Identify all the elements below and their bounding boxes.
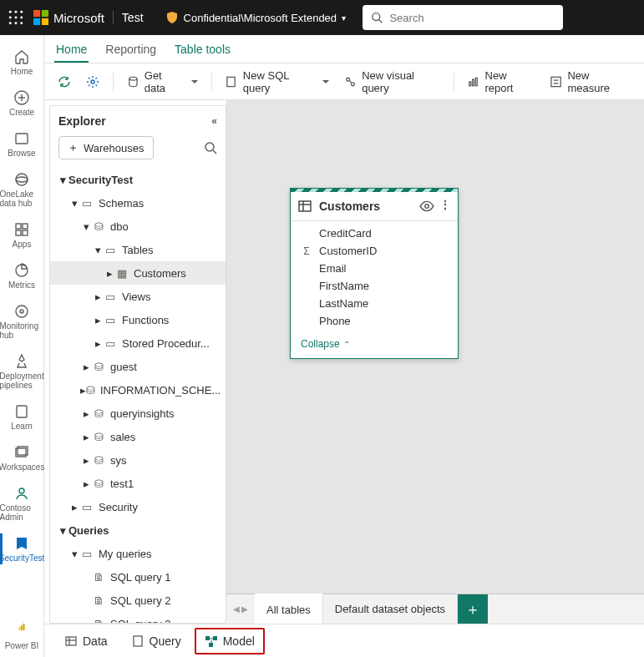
nav-browse[interactable]: Browse: [0, 124, 44, 164]
tree-query-item[interactable]: 🗎SQL query 1: [50, 565, 226, 589]
nav-create[interactable]: Create: [0, 83, 44, 124]
svg-rect-44: [551, 77, 560, 86]
explorer-search-icon[interactable]: [204, 141, 217, 154]
footer-tab-default-dataset[interactable]: Default dataset objects: [323, 594, 458, 624]
svg-rect-56: [134, 636, 142, 646]
tree-schema-item[interactable]: ▸⛁guest: [50, 355, 226, 378]
svg-point-26: [16, 306, 28, 317]
more-icon[interactable]: ⋮: [439, 199, 451, 214]
svg-point-13: [373, 13, 380, 21]
tree-my-queries[interactable]: ▾▭My queries: [50, 542, 226, 565]
warehouses-button[interactable]: ＋Warehouses: [58, 136, 154, 159]
svg-point-6: [9, 22, 12, 24]
tree-views[interactable]: ▸▭Views: [50, 285, 226, 308]
new-visual-query-button[interactable]: New visual query: [339, 66, 444, 98]
tree-query-item[interactable]: 🗎SQL query 3: [50, 612, 226, 623]
table-card-title: Customers: [319, 200, 380, 213]
svg-point-20: [16, 177, 28, 182]
nav-monitoring[interactable]: Monitoring hub: [0, 296, 44, 346]
svg-point-5: [20, 17, 23, 19]
nav-apps[interactable]: Apps: [0, 215, 44, 255]
model-canvas[interactable]: Customers ⋮ CreditCard ΣCustomerID Email…: [226, 100, 644, 594]
toolbar: Get data New SQL query New visual query …: [44, 63, 644, 100]
footer-tab-all-tables[interactable]: All tables: [255, 594, 323, 624]
svg-point-1: [15, 11, 18, 13]
svg-line-48: [213, 150, 216, 154]
tree-schemas[interactable]: ▾▭Schemas: [50, 191, 226, 215]
tree-functions[interactable]: ▸▭Functions: [50, 308, 226, 331]
field-row[interactable]: LastName: [291, 295, 458, 312]
svg-rect-59: [209, 643, 213, 647]
collapse-panel-icon[interactable]: «: [211, 115, 217, 127]
nav-onelake[interactable]: OneLake data hub: [0, 164, 44, 215]
view-tab-model[interactable]: Model: [195, 628, 265, 654]
tree-schema-item[interactable]: ▸⛁INFORMATION_SCHE...: [50, 378, 226, 402]
add-tab-button[interactable]: ＋: [458, 594, 488, 624]
new-report-button[interactable]: New report: [462, 66, 540, 98]
tab-reporting[interactable]: Reporting: [104, 38, 158, 63]
new-measure-button[interactable]: New measure: [545, 66, 636, 98]
svg-point-52: [425, 205, 429, 209]
nav-home[interactable]: Home: [0, 42, 44, 83]
app-launcher-icon[interactable]: [8, 10, 23, 25]
tree-schema-dbo[interactable]: ▾⛁dbo: [50, 215, 226, 238]
tree-schema-item[interactable]: ▸⛁test1: [50, 472, 226, 495]
svg-rect-58: [213, 636, 217, 640]
nav-learn[interactable]: Learn: [0, 397, 44, 437]
svg-rect-11: [33, 18, 40, 25]
field-row[interactable]: ΣCustomerID: [291, 242, 458, 260]
tree-table-customers[interactable]: ▸▦Customers: [50, 261, 226, 285]
field-row[interactable]: FirstName: [291, 277, 458, 295]
collapse-button[interactable]: Collapse⌃: [291, 333, 458, 358]
explorer-tree: ▾SecurityTest ▾▭Schemas ▾⛁dbo ▾▭Tables ▸…: [50, 168, 226, 623]
svg-line-14: [379, 20, 383, 23]
view-tab-query[interactable]: Query: [121, 628, 191, 654]
tab-nav-prev-icon[interactable]: ◀: [233, 604, 240, 614]
svg-point-2: [20, 11, 23, 13]
field-row[interactable]: Email: [291, 260, 458, 277]
svg-point-4: [15, 17, 18, 19]
search-input[interactable]: [389, 12, 555, 24]
table-card-customers[interactable]: Customers ⋮ CreditCard ΣCustomerID Email…: [290, 188, 459, 359]
settings-button[interactable]: [81, 72, 104, 92]
svg-rect-42: [473, 79, 474, 86]
tab-tabletools[interactable]: Table tools: [173, 38, 232, 63]
tree-security[interactable]: ▸▭Security: [50, 495, 226, 518]
nav-metrics[interactable]: Metrics: [0, 255, 44, 296]
table-card-fields: CreditCard ΣCustomerID Email FirstName L…: [291, 221, 458, 333]
field-row[interactable]: CreditCard: [291, 225, 458, 242]
tab-home[interactable]: Home: [54, 38, 89, 63]
tree-schema-item[interactable]: ▸⛁sales: [50, 425, 226, 448]
tree-sprocs[interactable]: ▸▭Stored Procedur...: [50, 331, 226, 355]
tree-queries[interactable]: ▾Queries: [50, 518, 226, 542]
svg-rect-12: [42, 18, 48, 25]
svg-rect-41: [469, 82, 471, 86]
global-search[interactable]: [363, 5, 563, 30]
tree-schema-item[interactable]: ▸⛁queryinsights: [50, 402, 226, 425]
new-sql-query-button[interactable]: New SQL query: [221, 66, 334, 98]
tree-schema-item[interactable]: ▸⛁sys: [50, 448, 226, 472]
tree-query-item[interactable]: 🗎SQL query 2: [50, 589, 226, 612]
view-tab-data[interactable]: Data: [54, 628, 118, 654]
product-label: Test: [113, 11, 144, 24]
svg-point-8: [20, 22, 23, 24]
sensitivity-label[interactable]: Confidential\Microsoft Extended ▾: [165, 11, 347, 24]
visibility-icon[interactable]: [419, 199, 434, 214]
svg-point-31: [19, 488, 24, 493]
tree-root[interactable]: ▾SecurityTest: [50, 168, 226, 191]
nav-securitytest[interactable]: SecurityTest: [0, 528, 44, 569]
svg-rect-28: [17, 406, 27, 417]
svg-point-3: [9, 17, 12, 19]
tree-tables[interactable]: ▾▭Tables: [50, 238, 226, 261]
nav-contoso-admin[interactable]: Contoso Admin: [0, 478, 44, 528]
tab-nav-next-icon[interactable]: ▶: [241, 604, 248, 614]
nav-workspaces[interactable]: Workspaces: [0, 437, 44, 478]
nav-deployment[interactable]: Deployment pipelines: [0, 346, 44, 397]
nav-powerbi[interactable]: Power BI: [0, 616, 44, 657]
get-data-button[interactable]: Get data: [122, 66, 203, 98]
field-row[interactable]: Phone: [291, 312, 458, 330]
ribbon-tabs: Home Reporting Table tools: [44, 35, 644, 63]
refresh-button[interactable]: [53, 72, 76, 92]
svg-point-38: [347, 78, 350, 81]
chevron-down-icon: ▾: [342, 13, 346, 23]
